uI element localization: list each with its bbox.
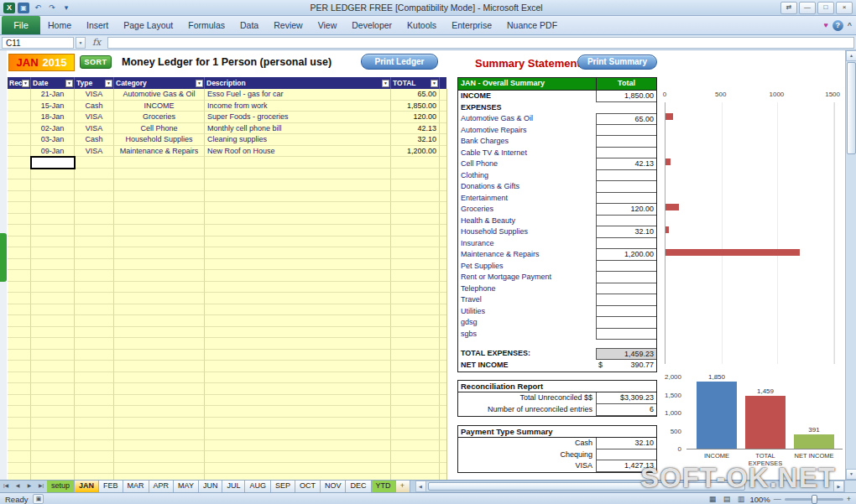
cell[interactable]: [440, 463, 446, 475]
cell[interactable]: [440, 395, 446, 407]
cell[interactable]: [75, 259, 114, 271]
cell[interactable]: [8, 247, 31, 259]
zoom-out-icon[interactable]: —: [774, 495, 781, 503]
cell[interactable]: VISA: [75, 146, 114, 158]
cell[interactable]: [8, 259, 31, 271]
cell[interactable]: [75, 418, 114, 429]
cell[interactable]: [31, 282, 75, 294]
cell[interactable]: [31, 169, 75, 180]
cell[interactable]: [75, 225, 114, 236]
cell[interactable]: [391, 474, 440, 480]
file-tab[interactable]: File: [2, 16, 40, 34]
cell[interactable]: [440, 214, 446, 226]
cell[interactable]: [31, 202, 75, 214]
cell[interactable]: [205, 214, 391, 226]
cell[interactable]: [8, 123, 31, 135]
cell[interactable]: [440, 372, 446, 384]
filter-dropdown-icon[interactable]: ▼: [431, 80, 438, 87]
scroll-down-icon[interactable]: ▼: [846, 469, 856, 480]
cell[interactable]: [75, 406, 114, 418]
cell[interactable]: [75, 463, 114, 475]
cell[interactable]: [391, 372, 440, 384]
cell[interactable]: [440, 179, 446, 191]
cell[interactable]: Automotive Gas & Oil: [114, 89, 205, 101]
cell[interactable]: [8, 350, 31, 361]
cell[interactable]: [114, 270, 205, 282]
cell[interactable]: [114, 191, 205, 203]
cell[interactable]: [114, 293, 205, 304]
cell[interactable]: [31, 474, 75, 480]
cell[interactable]: [8, 101, 31, 112]
sheet-tab-feb[interactable]: FEB: [99, 481, 123, 492]
cell[interactable]: [391, 383, 440, 395]
cell[interactable]: [205, 418, 391, 429]
save-icon[interactable]: ▣: [18, 3, 29, 13]
cell[interactable]: [205, 451, 391, 463]
cell[interactable]: Household Supplies: [114, 134, 205, 146]
scroll-left-icon[interactable]: ◀: [415, 481, 426, 492]
tab-home[interactable]: Home: [40, 16, 79, 34]
filter-dropdown-icon[interactable]: ▼: [22, 80, 29, 87]
cell[interactable]: [75, 350, 114, 361]
help-icon[interactable]: ?: [833, 20, 843, 31]
maximize-button[interactable]: □: [817, 2, 834, 14]
sheet-tab-jun[interactable]: JUN: [199, 481, 223, 492]
cell[interactable]: [391, 350, 440, 361]
cell[interactable]: [440, 327, 446, 339]
cell[interactable]: [8, 112, 31, 123]
cell[interactable]: [8, 451, 31, 463]
cell[interactable]: [8, 474, 31, 480]
cell[interactable]: [205, 179, 391, 191]
tab-view[interactable]: View: [311, 16, 345, 34]
tab-data[interactable]: Data: [232, 16, 266, 34]
cell[interactable]: [31, 372, 75, 384]
cell[interactable]: [440, 429, 446, 440]
cell[interactable]: [8, 406, 31, 418]
cell[interactable]: [31, 440, 75, 452]
cell[interactable]: VISA: [75, 123, 114, 135]
cell[interactable]: [440, 361, 446, 372]
cell[interactable]: [440, 123, 446, 135]
cell[interactable]: [31, 451, 75, 463]
cell[interactable]: 1,850.00: [391, 101, 440, 112]
cell[interactable]: [31, 270, 75, 282]
resize-arrows-icon[interactable]: ⇄: [780, 2, 797, 14]
cell[interactable]: [75, 282, 114, 294]
cell[interactable]: [114, 157, 205, 169]
cell[interactable]: [114, 247, 205, 259]
cell[interactable]: Groceries: [114, 112, 205, 123]
view-page-break-icon[interactable]: ▥: [735, 495, 746, 504]
cell[interactable]: [391, 406, 440, 418]
cell[interactable]: [31, 463, 75, 475]
cell[interactable]: [114, 202, 205, 214]
sheet-tab-oct[interactable]: OCT: [295, 481, 321, 492]
cell[interactable]: [8, 134, 31, 146]
cell[interactable]: [75, 327, 114, 339]
cell[interactable]: [75, 474, 114, 480]
cell[interactable]: [75, 395, 114, 407]
selected-cell[interactable]: [30, 156, 76, 169]
sheet-tab-aug[interactable]: AUG: [245, 481, 271, 492]
macro-record-icon[interactable]: ▣: [33, 494, 44, 504]
cell[interactable]: [391, 191, 440, 203]
cell[interactable]: [75, 383, 114, 395]
cell[interactable]: [205, 225, 391, 236]
cell[interactable]: [8, 463, 31, 475]
cell[interactable]: 42.13: [391, 123, 440, 135]
sort-button[interactable]: SORT: [80, 55, 112, 69]
cell[interactable]: Cash: [75, 101, 114, 112]
cell[interactable]: [440, 101, 446, 112]
sheet-tab-jan[interactable]: JAN: [75, 481, 99, 492]
cell[interactable]: [205, 395, 391, 407]
sheet-tab-setup[interactable]: setup: [47, 481, 75, 492]
view-normal-icon[interactable]: ▦: [707, 495, 718, 504]
cell[interactable]: [114, 304, 205, 316]
cell[interactable]: [114, 418, 205, 429]
cell[interactable]: [31, 293, 75, 304]
cell[interactable]: [205, 429, 391, 440]
cell[interactable]: Monthly cell phone bill: [205, 123, 391, 135]
cell[interactable]: [391, 259, 440, 271]
cell[interactable]: [391, 338, 440, 350]
vertical-scrollbar[interactable]: ▲ ▼: [845, 50, 856, 480]
cell[interactable]: [114, 372, 205, 384]
